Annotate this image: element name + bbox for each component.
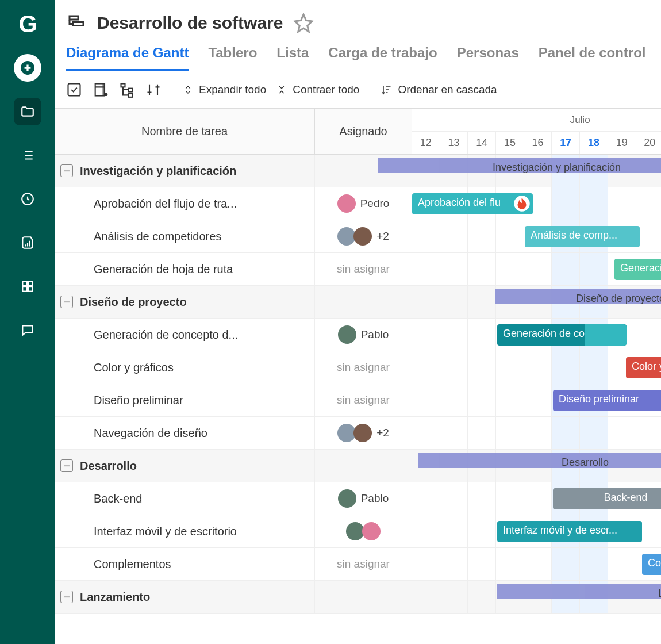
task-name-cell[interactable]: Aprobación del flujo de tra... (55, 187, 315, 220)
calendar-day[interactable]: 17 (552, 132, 580, 154)
calendar-day[interactable]: 18 (580, 132, 608, 154)
svg-rect-12 (128, 89, 132, 92)
assignee-cell[interactable]: +2 (315, 417, 412, 449)
tab-3[interactable]: Carga de trabajo (328, 45, 437, 71)
list-nav-icon[interactable] (14, 141, 41, 169)
assignee-cell[interactable]: +2 (315, 220, 412, 252)
assignee-cell[interactable]: Pedro (315, 187, 412, 220)
svg-rect-11 (121, 84, 125, 87)
collapse-toggle[interactable]: − (60, 296, 73, 308)
tab-2[interactable]: Lista (276, 45, 309, 71)
gantt-group-bar[interactable]: Diseño de proyecto (495, 289, 661, 304)
baseline-tool-icon[interactable] (145, 82, 162, 98)
avatar (337, 194, 356, 213)
task-name-cell[interactable]: −Desarrollo (55, 450, 315, 482)
avatar (353, 227, 372, 246)
svg-rect-6 (70, 16, 78, 20)
collapse-all-button[interactable]: Contraer todo (276, 83, 359, 96)
assignee-cell[interactable]: sin asignar (315, 548, 412, 580)
view-tabs: Diagrama de GanttTableroListaCarga de tr… (55, 39, 661, 71)
svg-rect-4 (22, 287, 27, 292)
assignee-cell[interactable] (315, 286, 412, 318)
assignee-cell[interactable] (315, 515, 412, 547)
gantt-group-bar[interactable]: Investigación y planificación (378, 158, 661, 173)
assignee-cell[interactable]: sin asignar (315, 351, 412, 384)
add-button[interactable] (14, 54, 41, 82)
task-name-cell[interactable]: Generación de hoja de ruta (55, 253, 315, 285)
svg-rect-5 (28, 287, 33, 292)
svg-rect-8 (68, 84, 80, 96)
task-name-cell[interactable]: Interfaz móvil y de escritorio (55, 515, 315, 547)
column-header-name[interactable]: Nombre de tarea (55, 109, 315, 154)
collapse-toggle[interactable]: − (60, 459, 73, 472)
calendar-day[interactable]: 14 (468, 132, 496, 154)
calendar-day[interactable]: 15 (496, 132, 524, 154)
avatar (338, 489, 356, 508)
tab-1[interactable]: Tablero (208, 45, 257, 71)
task-name-cell[interactable]: Análisis de competidores (55, 220, 315, 252)
sort-cascade-button[interactable]: Ordenar en cascada (381, 83, 497, 96)
task-name-cell[interactable]: Color y gráficos (55, 351, 315, 384)
task-name-cell[interactable]: −Investigación y planificación (55, 155, 315, 187)
gantt-icon (66, 13, 87, 33)
assignee-cell[interactable]: sin asignar (315, 253, 412, 285)
gantt-task-bar[interactable]: Aprobación del flu (412, 193, 533, 214)
calendar-day[interactable]: 12 (412, 132, 440, 154)
toolbar: Expandir todo Contraer todo Ordenar en c… (55, 71, 661, 109)
gantt-task-bar[interactable]: Análisis de comp... (525, 226, 640, 247)
calendar-day[interactable]: 20 (636, 132, 662, 154)
gantt-task-bar[interactable]: Generación de conc... (497, 324, 627, 346)
svg-rect-3 (28, 281, 33, 286)
task-name-cell[interactable]: −Lanzamiento (55, 581, 315, 613)
task-name-cell[interactable]: Back-end (55, 482, 315, 515)
tab-0[interactable]: Diagrama de Gantt (66, 45, 189, 71)
task-name-cell[interactable]: Navegación de diseño (55, 417, 315, 449)
svg-point-10 (104, 93, 107, 96)
calendar-day[interactable]: 13 (440, 132, 468, 154)
priority-flame-icon (513, 195, 531, 212)
assignee-cell[interactable] (315, 581, 412, 613)
recent-nav-icon[interactable] (14, 185, 41, 213)
avatar (362, 522, 381, 540)
assignee-cell[interactable]: sin asignar (315, 384, 412, 416)
gantt-task-bar[interactable]: Back-end (553, 488, 661, 509)
gantt-task-bar[interactable]: Color y gráfi (626, 357, 661, 378)
app-sidebar: G (0, 0, 55, 644)
svg-rect-7 (73, 22, 83, 26)
favorite-star-icon[interactable] (293, 13, 314, 33)
task-name-cell[interactable]: Generación de concepto d... (55, 319, 315, 351)
assignee-cell[interactable]: Pablo (315, 482, 412, 515)
task-name-cell[interactable]: −Diseño de proyecto (55, 286, 315, 318)
dashboard-nav-icon[interactable] (14, 273, 41, 300)
gantt-task-bar[interactable]: Generación de (614, 259, 661, 280)
collapse-toggle[interactable]: − (60, 164, 73, 177)
checkbox-tool-icon[interactable] (66, 82, 82, 98)
gantt-task-bar[interactable]: Diseño preliminar (553, 390, 661, 411)
columns-tool-icon[interactable] (93, 82, 109, 98)
assignee-cell[interactable] (315, 450, 412, 482)
folder-nav-icon[interactable] (14, 98, 41, 125)
chat-nav-icon[interactable] (14, 316, 41, 344)
svg-rect-13 (128, 94, 132, 97)
calendar-month: Julio (412, 109, 661, 132)
calendar-day[interactable]: 19 (608, 132, 636, 154)
tab-4[interactable]: Personas (457, 45, 519, 71)
gantt-task-bar[interactable]: Interfaz móvil y de escr... (497, 521, 642, 542)
collapse-toggle[interactable]: − (60, 591, 73, 603)
gantt-group-bar[interactable]: Desarrollo (418, 453, 661, 468)
task-name-cell[interactable]: Complementos (55, 548, 315, 580)
calendar-day[interactable]: 16 (524, 132, 552, 154)
tab-5[interactable]: Panel de control (539, 45, 646, 71)
avatar (338, 325, 356, 344)
wbs-tool-icon[interactable] (119, 82, 135, 98)
assignee-cell[interactable]: Pablo (315, 319, 412, 351)
column-header-assigned[interactable]: Asignado (315, 109, 412, 154)
app-logo: G (18, 10, 36, 38)
avatar (353, 424, 372, 442)
gantt-task-bar[interactable]: Complem (642, 554, 661, 575)
calendar-days: 121314151617181920212223 (412, 132, 661, 154)
expand-all-button[interactable]: Expandir todo (183, 83, 266, 96)
task-name-cell[interactable]: Diseño preliminar (55, 384, 315, 416)
gantt-group-bar[interactable]: Lanzamiento (497, 584, 661, 599)
report-nav-icon[interactable] (14, 229, 41, 256)
